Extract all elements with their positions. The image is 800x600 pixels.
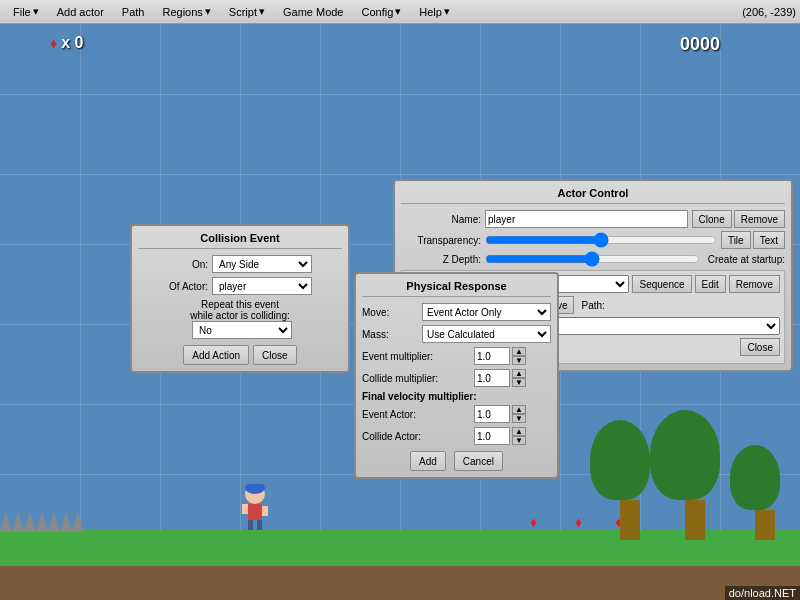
panel-remove-button[interactable]: Remove <box>729 275 780 293</box>
on-label: On: <box>138 259 208 270</box>
ground-gem: ♦ <box>575 514 582 530</box>
svg-rect-4 <box>257 520 262 530</box>
mass-select[interactable]: Use Calculated <box>422 325 551 343</box>
event-multiplier-label: Event multiplier: <box>362 351 472 362</box>
spike <box>24 512 36 532</box>
collide-actor-up[interactable]: ▲ <box>512 427 526 436</box>
mass-row: Mass: Use Calculated <box>362 325 551 343</box>
menu-regions[interactable]: Regions ▾ <box>153 2 219 21</box>
spike <box>0 512 12 532</box>
actor-name-input[interactable] <box>485 210 688 228</box>
of-actor-label: Of Actor: <box>138 281 208 292</box>
move-phys-select[interactable]: Event Actor Only <box>422 303 551 321</box>
tree-top <box>590 420 650 500</box>
physical-dialog-title: Physical Response <box>362 280 551 297</box>
final-velocity-label: Final velocity multiplier: <box>362 391 551 402</box>
transparency-label: Transparency: <box>401 235 481 246</box>
tree-top <box>650 410 720 500</box>
event-actor-down[interactable]: ▼ <box>512 414 526 423</box>
collision-dialog-buttons: Add Action Close <box>138 345 342 365</box>
actor-remove-button[interactable]: Remove <box>734 210 785 228</box>
menu-script[interactable]: Script ▾ <box>220 2 274 21</box>
mass-label: Mass: <box>362 329 422 340</box>
actor-name-row: Name: Clone Remove <box>401 210 785 228</box>
collide-multiplier-row: Collide multiplier: ▲ ▼ <box>362 369 551 387</box>
event-actor-up[interactable]: ▲ <box>512 405 526 414</box>
clone-button[interactable]: Clone <box>692 210 732 228</box>
tree-trunk <box>755 510 775 540</box>
viewport: ♦ x 0 0000 ♦ ♦ ♦ <box>0 24 800 600</box>
move-row: Move: Event Actor Only <box>362 303 551 321</box>
menu-help[interactable]: Help ▾ <box>410 2 459 21</box>
menu-path[interactable]: Path <box>113 3 154 21</box>
tree <box>610 420 650 540</box>
physical-dialog-buttons: Add Cancel <box>362 451 551 471</box>
tile-button[interactable]: Tile <box>721 231 751 249</box>
menu-file[interactable]: File ▾ <box>4 2 48 21</box>
tree-trunk <box>685 500 705 540</box>
event-mult-down[interactable]: ▼ <box>512 356 526 365</box>
actor-name-label: Name: <box>401 214 481 225</box>
add-action-button[interactable]: Add Action <box>183 345 249 365</box>
create-startup-label: Create at startup: <box>708 254 785 265</box>
cancel-button[interactable]: Cancel <box>454 451 503 471</box>
collision-dialog-title: Collision Event <box>138 232 342 249</box>
collide-actor-input[interactable] <box>474 427 510 445</box>
ground-gem: ♦ <box>530 514 537 530</box>
add-button[interactable]: Add <box>410 451 446 471</box>
svg-rect-3 <box>248 520 253 530</box>
of-actor-select[interactable]: player <box>212 277 312 295</box>
svg-rect-5 <box>242 504 248 514</box>
collision-close-button[interactable]: Close <box>253 345 297 365</box>
z-depth-row: Z Depth: Create at startup: <box>401 252 785 266</box>
sequence-button[interactable]: Sequence <box>632 275 691 293</box>
event-multiplier-input[interactable] <box>474 347 510 365</box>
collision-event-dialog: Collision Event On: Any Side Of Actor: p… <box>130 224 350 373</box>
score-area: ♦ x 0 <box>50 34 83 52</box>
spike <box>60 512 72 532</box>
collide-actor-down[interactable]: ▼ <box>512 436 526 445</box>
transparency-row: Transparency: Tile Text <box>401 231 785 249</box>
ground-base <box>0 566 800 600</box>
spikes <box>0 512 84 532</box>
text-button[interactable]: Text <box>753 231 785 249</box>
event-actor-label: Event Actor: <box>362 409 472 420</box>
collide-mult-up[interactable]: ▲ <box>512 369 526 378</box>
menu-game-mode[interactable]: Game Mode <box>274 3 353 21</box>
on-row: On: Any Side <box>138 255 342 273</box>
event-actor-input[interactable] <box>474 405 510 423</box>
collide-actor-label: Collide Actor: <box>362 431 472 442</box>
move-label: Move: <box>362 307 422 318</box>
path-label: Path: <box>581 300 604 311</box>
spike <box>36 512 48 532</box>
collide-mult-down[interactable]: ▼ <box>512 378 526 387</box>
collide-actor-row: Collide Actor: ▲ ▼ <box>362 427 551 445</box>
collide-multiplier-input[interactable] <box>474 369 510 387</box>
actor-dialog-title: Actor Control <box>401 187 785 204</box>
z-depth-slider[interactable] <box>485 252 700 266</box>
high-score-display: 0000 <box>680 34 720 55</box>
menu-config[interactable]: Config ▾ <box>352 2 410 21</box>
svg-rect-6 <box>262 506 268 516</box>
on-select[interactable]: Any Side <box>212 255 312 273</box>
repeat-text2: while actor is colliding: <box>190 310 290 321</box>
repeat-select[interactable]: No Yes <box>192 321 292 339</box>
panel-edit-button[interactable]: Edit <box>695 275 726 293</box>
tree-top <box>730 445 780 510</box>
repeat-text1: Repeat this event <box>201 299 279 310</box>
menu-add-actor[interactable]: Add actor <box>48 3 113 21</box>
event-mult-up[interactable]: ▲ <box>512 347 526 356</box>
collide-multiplier-label: Collide multiplier: <box>362 373 472 384</box>
transparency-slider[interactable] <box>485 233 717 247</box>
actor-close-button[interactable]: Close <box>740 338 780 356</box>
tree <box>750 445 780 540</box>
event-actor-row: Event Actor: ▲ ▼ <box>362 405 551 423</box>
score-display: x 0 <box>61 34 83 52</box>
svg-rect-2 <box>248 504 262 520</box>
spike <box>48 512 60 532</box>
watermark: do/nload.NET <box>725 586 800 600</box>
z-depth-label: Z Depth: <box>401 254 481 265</box>
menubar: File ▾ Add actor Path Regions ▾ Script ▾… <box>0 0 800 24</box>
of-actor-row: Of Actor: player <box>138 277 342 295</box>
gem-icon: ♦ <box>50 35 57 51</box>
